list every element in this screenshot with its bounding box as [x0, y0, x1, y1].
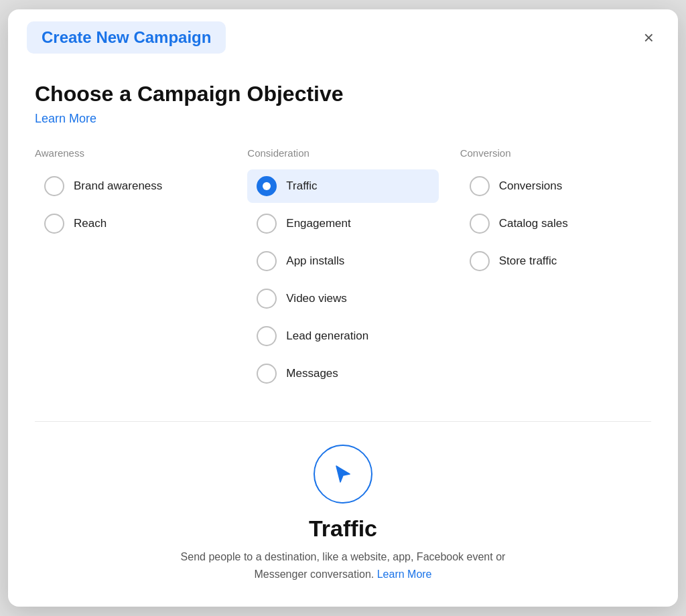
- option-catalog-sales[interactable]: Catalog sales: [460, 207, 651, 240]
- traffic-label: Traffic: [286, 179, 317, 193]
- conversion-column-title: Conversion: [460, 147, 651, 159]
- objectives-grid: Awareness Brand awareness Reach Consider…: [35, 147, 651, 394]
- modal-title: Create New Campaign: [27, 21, 226, 54]
- radio-reach: [44, 214, 64, 234]
- preview-title: Traffic: [309, 516, 377, 542]
- create-campaign-modal: Create New Campaign × Choose a Campaign …: [8, 9, 678, 607]
- page-title: Choose a Campaign Objective: [35, 82, 651, 106]
- section-divider: [35, 421, 651, 422]
- consideration-column-title: Consideration: [247, 147, 438, 159]
- app-installs-label: App installs: [286, 254, 344, 268]
- conversion-column: Conversion Conversions Catalog sales Sto…: [460, 147, 651, 394]
- option-engagement[interactable]: Engagement: [247, 207, 438, 240]
- radio-lead-generation: [257, 326, 277, 346]
- catalog-sales-label: Catalog sales: [499, 217, 568, 230]
- cursor-icon: [330, 461, 356, 487]
- radio-conversions: [470, 176, 490, 196]
- consideration-column: Consideration Traffic Engagement App ins…: [247, 147, 438, 394]
- preview-section: Traffic Send people to a destination, li…: [35, 438, 651, 583]
- radio-messages: [257, 364, 277, 384]
- awareness-column: Awareness Brand awareness Reach: [35, 147, 226, 394]
- learn-more-link[interactable]: Learn More: [35, 112, 96, 125]
- modal-header: Create New Campaign ×: [8, 9, 678, 63]
- close-button[interactable]: ×: [638, 26, 659, 49]
- radio-app-installs: [257, 251, 277, 271]
- option-lead-generation[interactable]: Lead generation: [247, 319, 438, 353]
- radio-traffic: [257, 176, 277, 196]
- radio-catalog-sales: [470, 214, 490, 234]
- modal-body: Choose a Campaign Objective Learn More A…: [8, 63, 678, 607]
- radio-store-traffic: [470, 251, 490, 271]
- store-traffic-label: Store traffic: [499, 254, 557, 268]
- option-conversions[interactable]: Conversions: [460, 169, 651, 203]
- engagement-label: Engagement: [286, 217, 350, 230]
- preview-description: Send people to a destination, like a web…: [155, 548, 531, 583]
- option-video-views[interactable]: Video views: [247, 282, 438, 315]
- option-brand-awareness[interactable]: Brand awareness: [35, 169, 226, 203]
- messages-label: Messages: [286, 367, 338, 380]
- option-store-traffic[interactable]: Store traffic: [460, 244, 651, 278]
- radio-engagement: [257, 214, 277, 234]
- option-messages[interactable]: Messages: [247, 357, 438, 390]
- conversions-label: Conversions: [499, 179, 563, 193]
- option-reach[interactable]: Reach: [35, 207, 226, 240]
- radio-brand-awareness: [44, 176, 64, 196]
- preview-learn-more-link[interactable]: Learn More: [377, 568, 432, 580]
- preview-desc-text: Send people to a destination, like a web…: [181, 551, 506, 580]
- option-traffic[interactable]: Traffic: [247, 169, 438, 203]
- lead-generation-label: Lead generation: [286, 329, 368, 343]
- traffic-icon-circle: [314, 445, 372, 504]
- awareness-column-title: Awareness: [35, 147, 226, 159]
- option-app-installs[interactable]: App installs: [247, 244, 438, 278]
- brand-awareness-label: Brand awareness: [74, 179, 162, 193]
- video-views-label: Video views: [286, 292, 346, 305]
- reach-label: Reach: [74, 217, 107, 230]
- radio-video-views: [257, 289, 277, 309]
